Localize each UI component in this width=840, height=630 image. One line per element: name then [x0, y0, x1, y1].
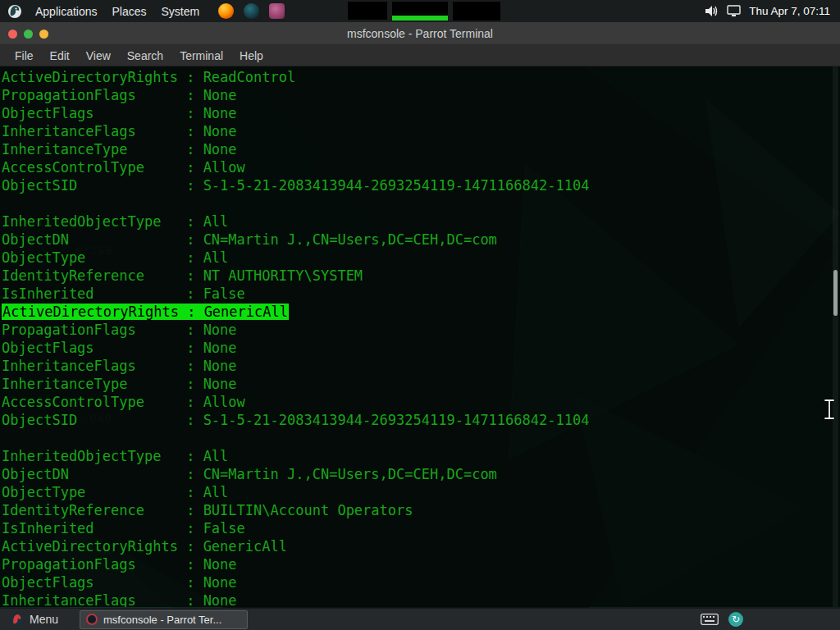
taskbar-window-button[interactable]: msfconsole - Parrot Ter... — [80, 610, 248, 629]
scrollbar-track[interactable] — [833, 66, 838, 607]
terminal-line: InheritanceType : None — [2, 375, 840, 393]
applications-menu[interactable]: Applications — [28, 5, 105, 18]
terminal-line: IsInherited : False — [2, 285, 840, 303]
terminal-line: PropagationFlags : None — [2, 321, 840, 339]
terminal-line: AccessControlType : Allow — [2, 393, 840, 411]
menu-help[interactable]: Help — [231, 49, 272, 62]
panel-monitor-applet-2[interactable] — [392, 2, 448, 21]
terminal-line — [2, 194, 840, 212]
close-button[interactable] — [8, 30, 17, 39]
minimize-button[interactable] — [39, 30, 48, 39]
system-menu[interactable]: System — [154, 5, 208, 18]
terminal-line — [2, 429, 840, 447]
scrollbar-thumb[interactable] — [833, 270, 838, 316]
menu-terminal[interactable]: Terminal — [171, 49, 231, 62]
terminal-line: ObjectFlags : None — [2, 104, 840, 122]
terminal-line: PropagationFlags : None — [2, 86, 840, 104]
terminal-line: InheritanceType : None — [2, 140, 840, 158]
parrot-logo-icon — [10, 613, 24, 627]
terminal-line: InheritanceFlags : None — [2, 122, 840, 140]
terminal-body: ActiveDirectoryRights : ReadControlPropa… — [0, 66, 840, 607]
package-launcher-icon[interactable] — [269, 3, 285, 19]
terminal-line: ObjectDN : CN=Martin J.,CN=Users,DC=CEH,… — [2, 465, 840, 483]
terminal-line: AccessControlType : Allow — [2, 158, 840, 176]
terminal-line: ObjectSID : S-1-5-21-2083413944-26932541… — [2, 176, 840, 194]
parrot-menu-icon[interactable] — [7, 3, 23, 20]
clock[interactable]: Thu Apr 7, 07:11 — [749, 5, 833, 17]
taskbar-tray: ↻ — [701, 612, 833, 627]
terminal-line: IdentityReference : BUILTIN\Account Oper… — [2, 501, 840, 519]
menu-file[interactable]: File — [7, 49, 42, 62]
terminal-line: ObjectFlags : None — [2, 339, 840, 357]
panel-monitor-applet-3[interactable] — [453, 2, 500, 21]
taskbar: Menu msfconsole - Parrot Ter... ↻ — [0, 608, 840, 630]
maximize-button[interactable] — [24, 30, 33, 39]
title-bar[interactable]: msfconsole - Parrot Terminal — [0, 22, 840, 45]
terminal-line: ObjectType : All — [2, 483, 840, 501]
terminal-line: ObjectType : All — [2, 249, 840, 267]
taskbar-menu-label: Menu — [30, 613, 58, 626]
terminal-launcher-icon[interactable] — [244, 3, 259, 19]
sync-icon[interactable]: ↻ — [728, 612, 743, 627]
terminal-line: ActiveDirectoryRights : GenericAll — [2, 303, 840, 321]
taskbar-menu-button[interactable]: Menu — [7, 609, 66, 630]
terminal-line: IdentityReference : NT AUTHORITY\SYSTEM — [2, 267, 840, 285]
terminal-output[interactable]: ActiveDirectoryRights : ReadControlPropa… — [0, 66, 840, 607]
places-menu[interactable]: Places — [105, 5, 154, 18]
terminal-line: InheritedObjectType : All — [2, 212, 840, 231]
terminal-line: ObjectSID : S-1-5-21-2083413944-26932541… — [2, 411, 840, 429]
terminal-line: ActiveDirectoryRights : GenericAll — [2, 537, 840, 555]
terminal-line: InheritanceFlags : None — [2, 591, 840, 607]
terminal-window: msfconsole - Parrot Terminal File Edit V… — [0, 22, 840, 608]
terminal-line: ActiveDirectoryRights : ReadControl — [2, 68, 840, 86]
text-cursor — [822, 398, 837, 421]
menu-search[interactable]: Search — [119, 49, 171, 62]
terminal-app-icon — [86, 614, 98, 625]
volume-icon[interactable] — [705, 5, 719, 17]
display-icon[interactable] — [727, 5, 741, 17]
top-panel: Applications Places System Thu Apr 7, 07… — [0, 0, 840, 22]
menu-edit[interactable]: Edit — [42, 49, 78, 62]
terminal-line: ObjectDN : CN=Martin J.,CN=Users,DC=CEH,… — [2, 231, 840, 249]
monitor-graph — [392, 16, 448, 21]
taskbar-window-label: msfconsole - Parrot Ter... — [103, 614, 221, 626]
terminal-line: InheritedObjectType : All — [2, 447, 840, 465]
firefox-launcher-icon[interactable] — [218, 3, 234, 19]
desktop: erise .exe Applications Places System — [0, 0, 840, 630]
panel-monitor-applet-1[interactable] — [348, 2, 387, 20]
terminal-line: InheritanceFlags : None — [2, 357, 840, 375]
window-controls — [8, 22, 48, 45]
window-title: msfconsole - Parrot Terminal — [0, 27, 840, 40]
terminal-line: PropagationFlags : None — [2, 555, 840, 573]
terminal-line: IsInherited : False — [2, 519, 840, 537]
keyboard-icon[interactable] — [701, 614, 719, 625]
menu-bar: File Edit View Search Terminal Help — [0, 45, 840, 66]
terminal-line: ObjectFlags : None — [2, 573, 840, 591]
menu-view[interactable]: View — [78, 49, 119, 62]
